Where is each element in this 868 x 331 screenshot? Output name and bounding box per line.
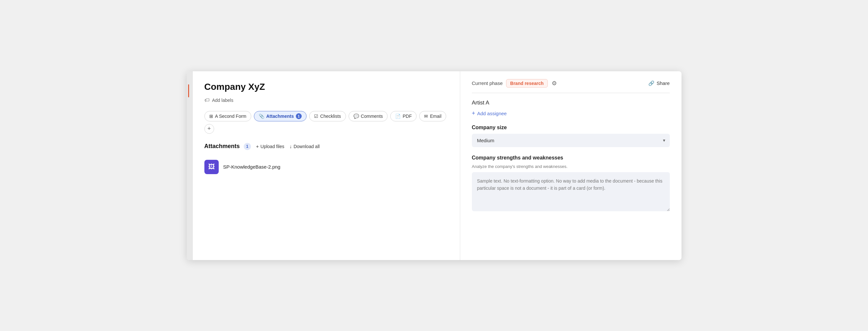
label-icon: 🏷: [205, 97, 210, 103]
file-item[interactable]: 🖼 SP-KnowledgeBase-2.png: [205, 156, 448, 177]
tab-comments-label: Comments: [361, 114, 383, 119]
strengths-label: Company strengths and weaknesses: [472, 155, 670, 161]
pdf-icon: 📄: [395, 114, 401, 119]
strengths-section: Company strengths and weaknesses Analyze…: [472, 155, 670, 213]
attachments-section-title: Attachments: [205, 143, 240, 150]
phase-badge[interactable]: Brand research: [506, 79, 548, 88]
add-assignee-button[interactable]: + Add assignee: [472, 110, 507, 117]
attachments-actions: + Upload files ↓ Download all: [256, 144, 320, 149]
download-all-button[interactable]: ↓ Download all: [289, 144, 319, 149]
current-phase-label: Current phase: [472, 80, 503, 86]
share-button[interactable]: 🔗 Share: [648, 80, 670, 86]
share-label: Share: [656, 80, 670, 86]
tab-pdf[interactable]: 📄 PDF: [390, 111, 416, 121]
tab-comments[interactable]: 💬 Comments: [348, 111, 388, 121]
file-name: SP-KnowledgeBase-2.png: [223, 164, 281, 170]
file-list: 🖼 SP-KnowledgeBase-2.png: [205, 156, 448, 177]
share-icon: 🔗: [648, 80, 654, 86]
tabs-row: ⊞ A Second Form 📎 Attachments 1 ☑ Checkl…: [205, 111, 448, 134]
download-icon: ↓: [289, 144, 292, 149]
right-header: Current phase Brand research ⚙ 🔗 Share: [472, 79, 670, 88]
tab-checklists[interactable]: ☑ Checklists: [309, 111, 346, 121]
tab-second-form[interactable]: ⊞ A Second Form: [205, 111, 252, 121]
add-assignee-plus-icon: +: [472, 110, 475, 117]
checklists-icon: ☑: [314, 114, 318, 119]
divider: [472, 93, 670, 93]
right-panel: Current phase Brand research ⚙ 🔗 Share A…: [460, 71, 682, 260]
main-window: Company XyZ 🏷 Add labels ⊞ A Second Form…: [187, 71, 682, 260]
gear-icon[interactable]: ⚙: [552, 80, 557, 87]
assignee-name: Artist A: [472, 99, 670, 106]
file-thumbnail-icon: 🖼: [205, 160, 219, 174]
company-size-row: Small Medium Large Enterprise ▾: [472, 134, 670, 147]
attachments-tab-icon: 📎: [259, 114, 264, 119]
add-assignee-label: Add assignee: [477, 111, 507, 116]
company-size-select[interactable]: Small Medium Large Enterprise: [472, 134, 670, 147]
tab-email[interactable]: ✉ Email: [419, 111, 446, 121]
attachments-badge: 1: [296, 113, 302, 119]
add-tab-button[interactable]: +: [205, 124, 214, 134]
tab-attachments[interactable]: 📎 Attachments 1: [254, 111, 307, 121]
tab-attachments-label: Attachments: [266, 114, 294, 119]
left-panel: Company XyZ 🏷 Add labels ⊞ A Second Form…: [193, 71, 460, 260]
tab-second-form-label: A Second Form: [215, 114, 247, 119]
strengths-desc: Analyze the company's strengths and weak…: [472, 164, 670, 169]
company-size-label: Company size: [472, 125, 670, 130]
tab-email-label: Email: [430, 114, 441, 119]
add-labels-row[interactable]: 🏷 Add labels: [205, 97, 448, 103]
attachments-count-badge: 1: [244, 143, 251, 150]
upload-files-button[interactable]: + Upload files: [256, 144, 284, 149]
upload-icon: +: [256, 144, 259, 149]
upload-label: Upload files: [260, 144, 284, 149]
download-label: Download all: [293, 144, 319, 149]
second-form-icon: ⊞: [209, 114, 213, 119]
add-labels-text: Add labels: [212, 98, 234, 103]
tab-checklists-label: Checklists: [320, 114, 341, 119]
sidebar-sliver: [187, 71, 193, 260]
strengths-textarea[interactable]: [472, 172, 670, 211]
attachments-section-header: Attachments 1 + Upload files ↓ Download …: [205, 143, 448, 150]
tab-pdf-label: PDF: [403, 114, 412, 119]
email-icon: ✉: [424, 114, 428, 119]
comments-icon: 💬: [353, 114, 359, 119]
page-title: Company XyZ: [205, 82, 448, 92]
